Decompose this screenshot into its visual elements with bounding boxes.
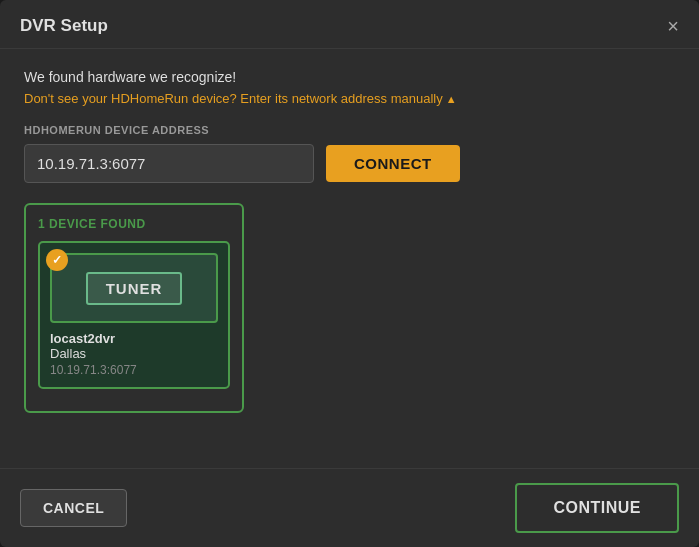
address-input[interactable] bbox=[24, 144, 314, 183]
tuner-box: TUNER bbox=[50, 253, 218, 323]
input-row: CONNECT bbox=[24, 144, 675, 183]
modal-body: We found hardware we recognize! Don't se… bbox=[0, 49, 699, 468]
connect-button[interactable]: CONNECT bbox=[326, 145, 460, 182]
device-location: Dallas bbox=[50, 346, 218, 361]
device-name: locast2dvr bbox=[50, 331, 218, 346]
close-button[interactable]: × bbox=[667, 16, 679, 36]
cancel-button[interactable]: CANCEL bbox=[20, 489, 127, 527]
tuner-label: TUNER bbox=[86, 272, 183, 305]
field-label: HDHOMERUN DEVICE ADDRESS bbox=[24, 124, 675, 136]
devices-panel: 1 DEVICE FOUND ✓ TUNER locast2dvr Dallas… bbox=[24, 203, 244, 413]
modal-footer: CANCEL CONTINUE bbox=[0, 468, 699, 547]
modal-title: DVR Setup bbox=[20, 16, 108, 36]
continue-button[interactable]: CONTINUE bbox=[515, 483, 679, 533]
manual-address-link[interactable]: Don't see your HDHomeRun device? Enter i… bbox=[24, 91, 675, 106]
dvr-setup-modal: DVR Setup × We found hardware we recogni… bbox=[0, 0, 699, 547]
device-check-icon: ✓ bbox=[46, 249, 68, 271]
devices-count: 1 DEVICE FOUND bbox=[38, 217, 230, 231]
device-address: 10.19.71.3:6077 bbox=[50, 363, 218, 377]
device-card[interactable]: ✓ TUNER locast2dvr Dallas 10.19.71.3:607… bbox=[38, 241, 230, 389]
found-text: We found hardware we recognize! bbox=[24, 69, 675, 85]
modal-header: DVR Setup × bbox=[0, 0, 699, 49]
